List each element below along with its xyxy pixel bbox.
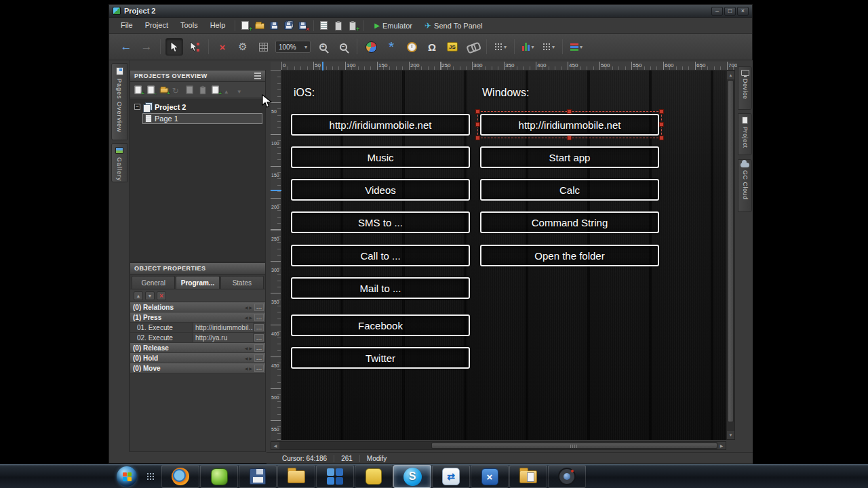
macros-button[interactable]: Ω	[423, 38, 441, 56]
send-to-panel-button[interactable]: ✈ Send To Panel	[425, 21, 488, 30]
move-up-icon[interactable]: ▲	[224, 85, 234, 94]
taskbar-item-firefox[interactable]	[161, 465, 199, 488]
next-icon[interactable]: ▶	[249, 366, 252, 371]
taskbar-item-explorer[interactable]	[277, 465, 315, 488]
resize-handle[interactable]	[659, 109, 664, 114]
canvas-button-call[interactable]: Call to ...	[291, 245, 470, 266]
next-icon[interactable]: ▶	[249, 346, 252, 350]
canvas-button-music[interactable]: Music	[291, 146, 470, 168]
canvas-button-mail[interactable]: Mail to ...	[291, 277, 470, 299]
snap-options-button[interactable]: ▾	[540, 38, 557, 56]
more-button[interactable]: …	[254, 334, 264, 342]
menu-tools[interactable]: Tools	[174, 18, 204, 33]
move-event-up-button[interactable]: ▲	[134, 291, 143, 300]
tab-general[interactable]: General	[132, 276, 175, 289]
taskbar-toolbar-button[interactable]	[142, 465, 159, 488]
prev-icon[interactable]: ◀	[245, 315, 248, 320]
canvas-button-command-string[interactable]: Command String	[480, 211, 659, 233]
clone-page-icon[interactable]: +	[211, 85, 221, 94]
menu-help[interactable]: Help	[204, 18, 232, 33]
event-group-hold[interactable]: (0) Hold ◀ ▶ …	[130, 353, 265, 363]
redo-button[interactable]: →	[138, 38, 155, 56]
more-button[interactable]: …	[254, 365, 264, 372]
canvas-button-ios-url[interactable]: http://iridiummobile.net	[291, 114, 470, 136]
taskbar-item-teamviewer[interactable]: ⇄	[432, 465, 470, 488]
align-grid-button[interactable]: ▾	[492, 38, 509, 56]
resize-handle[interactable]	[475, 122, 480, 127]
prev-icon[interactable]: ◀	[245, 356, 248, 361]
more-button[interactable]: …	[254, 324, 264, 331]
zoom-in-button[interactable]: +	[314, 38, 332, 56]
script-editor-button[interactable]: JS	[443, 38, 461, 56]
minimize-button[interactable]: –	[711, 7, 723, 16]
tree-node-page-selected[interactable]: Page 1	[142, 113, 262, 124]
settings-button[interactable]: ⚙	[234, 38, 252, 56]
canvas-button-sms[interactable]: SMS to ...	[291, 211, 470, 233]
emulator-button[interactable]: ▶ Emulator	[374, 22, 418, 30]
design-canvas[interactable]: iOS: Windows: http://iridiummobile.net M…	[281, 70, 726, 440]
taskbar-item-screen-recorder[interactable]	[548, 465, 586, 488]
taskbar-item-skype[interactable]: S	[393, 465, 431, 488]
prev-icon[interactable]: ◀	[245, 305, 248, 310]
taskbar-item-blue-app[interactable]	[316, 465, 354, 488]
save-icon[interactable]	[269, 20, 280, 31]
more-button[interactable]: …	[254, 304, 264, 311]
event-group-release[interactable]: (0) Release ◀ ▶ …	[130, 343, 265, 353]
select-tool-button[interactable]	[165, 38, 183, 56]
tree-node-project[interactable]: − Project 2	[130, 101, 265, 113]
move-down-icon[interactable]: ▼	[237, 85, 247, 94]
tab-gallery[interactable]: Gallery	[111, 143, 127, 182]
vertical-scrollbar[interactable]: ▲ ▼	[726, 70, 735, 440]
taskbar-item-save-tool[interactable]	[239, 465, 277, 488]
maximize-button[interactable]: □	[724, 7, 736, 16]
next-icon[interactable]: ▶	[249, 315, 252, 320]
tab-programming[interactable]: Program...	[176, 276, 219, 289]
close-project-icon[interactable]: ×	[297, 20, 309, 31]
effects-tool-button[interactable]: *	[382, 38, 400, 56]
next-icon[interactable]: ▶	[249, 356, 252, 361]
undo-button[interactable]: ←	[117, 38, 135, 56]
new-project-icon[interactable]: +	[240, 20, 252, 31]
more-button[interactable]: …	[254, 354, 264, 362]
paste-page-icon[interactable]	[198, 85, 208, 94]
add-page-icon[interactable]: +	[134, 85, 144, 94]
panel-menu-icon[interactable]	[254, 73, 261, 79]
menu-file[interactable]: File	[115, 18, 139, 33]
layer-order-button[interactable]: ▾	[568, 38, 585, 56]
prev-icon[interactable]: ◀	[245, 366, 248, 371]
notes-icon[interactable]	[319, 20, 330, 31]
copy-page-icon[interactable]	[185, 85, 195, 94]
tab-project[interactable]: Project	[738, 113, 752, 155]
selected-object-frame[interactable]: http://iridiummobile.net	[477, 111, 662, 138]
event-group-relations[interactable]: (0) Relations ◀ ▶ …	[130, 302, 265, 312]
gauge-tool-button[interactable]	[362, 38, 380, 56]
direct-select-tool-button[interactable]	[186, 38, 203, 56]
event-row[interactable]: 02. Execute http://ya.ru …	[130, 333, 265, 343]
canvas-button-facebook[interactable]: Facebook	[291, 314, 470, 336]
resize-handle[interactable]	[567, 136, 572, 140]
clipboard-icon[interactable]	[333, 20, 344, 31]
move-event-down-button[interactable]: ▼	[145, 291, 155, 300]
resize-handle[interactable]	[567, 109, 572, 114]
more-button[interactable]: …	[254, 314, 264, 321]
event-group-move[interactable]: (0) Move ◀ ▶ …	[130, 363, 265, 373]
vertical-scroll-thumb[interactable]	[728, 80, 734, 422]
resize-handle[interactable]	[475, 136, 480, 140]
scroll-right-icon[interactable]: ▶	[717, 442, 726, 449]
zoom-out-button[interactable]: −	[334, 38, 352, 56]
save-all-icon[interactable]	[283, 20, 294, 31]
close-button[interactable]: ×	[737, 7, 749, 16]
canvas-button-open-folder[interactable]: Open the folder	[480, 245, 659, 266]
link-button[interactable]	[464, 38, 481, 56]
tab-gc-cloud[interactable]: GC Cloud	[738, 159, 752, 212]
tab-pages-overview[interactable]: Pages Overview	[111, 63, 127, 140]
resize-handle[interactable]	[659, 122, 664, 127]
canvas-button-windows-url-selected[interactable]: http://iridiummobile.net	[480, 114, 659, 136]
event-group-press[interactable]: (1) Press ◀ ▶ …	[130, 312, 265, 323]
add-folder-icon[interactable]: +	[159, 85, 170, 94]
taskbar-item-green-app[interactable]	[200, 465, 238, 488]
paste-icon[interactable]: +	[347, 20, 359, 31]
delete-object-button[interactable]: ×	[214, 38, 231, 56]
prev-icon[interactable]: ◀	[245, 346, 248, 350]
canvas-button-calc[interactable]: Calc	[480, 179, 659, 201]
